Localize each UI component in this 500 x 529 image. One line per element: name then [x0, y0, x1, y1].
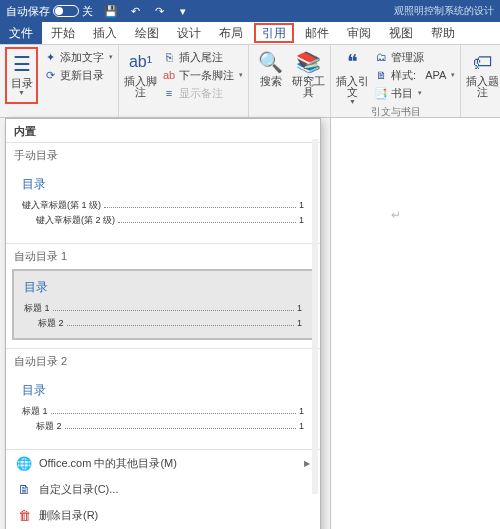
search-icon: 🔍	[258, 49, 284, 75]
autosave-toggle[interactable]	[53, 5, 79, 17]
next-footnote-label: 下一条脚注	[179, 68, 234, 83]
toc-gallery-menu: 内置 手动目录 目录 键入章标题(第 1 级)1 键入章标题(第 2 级)1 自…	[5, 118, 321, 529]
add-text-label: 添加文字	[60, 50, 104, 65]
toc-line-text: 标题 1	[24, 302, 50, 315]
tab-help[interactable]: 帮助	[422, 22, 464, 44]
preview-heading: 目录	[22, 176, 304, 193]
books-icon: 📚	[296, 49, 322, 75]
style-label: 样式:	[391, 68, 416, 83]
research-tools-label: 研究工具	[292, 76, 325, 98]
group-toc: ☰ 目录 ▼ ✦添加文字▾ ⟳更新目录	[0, 45, 119, 117]
chevron-down-icon: ▼	[349, 98, 356, 105]
toc-line-text: 标题 1	[22, 405, 48, 418]
tab-references[interactable]: 引用	[254, 23, 294, 43]
footnote-icon: ab¹	[128, 49, 154, 75]
group-captions: 🏷 插入题注	[461, 45, 500, 117]
toc-line-page: 1	[299, 215, 304, 225]
qat-dropdown-icon[interactable]: ▾	[175, 3, 191, 19]
manual-toc-preview[interactable]: 目录 键入章标题(第 1 级)1 键入章标题(第 2 级)1	[12, 168, 314, 235]
document-icon: 🗎	[16, 481, 32, 497]
insert-citation-button[interactable]: ❝ 插入引文 ▼	[336, 47, 369, 105]
bibliography-label: 书目	[391, 86, 413, 101]
toc-line-text: 键入章标题(第 1 级)	[22, 199, 101, 212]
document-canvas[interactable]	[330, 118, 500, 529]
research-tools-button[interactable]: 📚 研究工具	[292, 47, 325, 104]
custom-toc-label: 自定义目录(C)...	[39, 482, 118, 497]
citation-icon: ❝	[340, 49, 366, 75]
insert-footnote-label: 插入脚注	[124, 76, 157, 98]
tab-layout[interactable]: 布局	[210, 22, 252, 44]
bibliography-button[interactable]: 📑书目▾	[374, 85, 455, 101]
show-notes-icon: ≡	[162, 86, 176, 100]
style-icon: 🗎	[374, 68, 388, 82]
insert-endnote-button[interactable]: ⎘插入尾注	[162, 49, 243, 65]
toc-line-text: 键入章标题(第 2 级)	[36, 214, 115, 227]
caption-icon: 🏷	[470, 49, 496, 75]
update-icon: ⟳	[43, 68, 57, 82]
more-from-office-label: Office.com 中的其他目录(M)	[39, 456, 177, 471]
redo-icon[interactable]: ↷	[151, 3, 167, 19]
update-toc-button[interactable]: ⟳更新目录	[43, 67, 113, 83]
search-label: 搜索	[260, 76, 282, 87]
manage-sources-button[interactable]: 🗂管理源	[374, 49, 455, 65]
auto1-title: 自动目录 1	[6, 244, 320, 267]
menu-section-builtin: 内置	[6, 119, 320, 143]
group-citations: ❝ 插入引文 ▼ 🗂管理源 🗎样式: APA▾ 📑书目▾ 引文与书目	[331, 45, 461, 117]
endnote-icon: ⎘	[162, 50, 176, 64]
next-icon: ab	[162, 68, 176, 82]
tab-insert[interactable]: 插入	[84, 22, 126, 44]
bibliography-icon: 📑	[374, 86, 388, 100]
tab-file[interactable]: 文件	[0, 22, 42, 44]
toc-icon: ☰	[9, 51, 35, 77]
next-footnote-button[interactable]: ab下一条脚注▾	[162, 67, 243, 83]
tab-home[interactable]: 开始	[42, 22, 84, 44]
insert-endnote-label: 插入尾注	[179, 50, 223, 65]
toc-line-page: 1	[299, 421, 304, 431]
chevron-right-icon: ▶	[304, 459, 310, 468]
scrollbar[interactable]	[312, 139, 318, 494]
quick-access-toolbar: 💾 ↶ ↷ ▾	[103, 3, 191, 19]
document-title: 观照明控制系统的设计	[394, 4, 494, 18]
tab-draw[interactable]: 绘图	[126, 22, 168, 44]
custom-toc-button[interactable]: 🗎 自定义目录(C)...	[6, 476, 320, 502]
group-research: 🔍 搜索 📚 研究工具	[249, 45, 331, 117]
style-selector[interactable]: 🗎样式: APA▾	[374, 67, 455, 83]
auto-toc-1-preview[interactable]: 目录 标题 11 标题 21	[12, 269, 314, 340]
add-text-icon: ✦	[43, 50, 57, 64]
toc-line-page: 1	[297, 318, 302, 328]
preview-heading: 目录	[22, 382, 304, 399]
tab-review[interactable]: 审阅	[338, 22, 380, 44]
toc-line-text: 标题 2	[38, 317, 64, 330]
auto2-title: 自动目录 2	[6, 349, 320, 372]
autosave-label: 自动保存	[6, 4, 50, 19]
insert-caption-button[interactable]: 🏷 插入题注	[466, 47, 499, 104]
autosave-state: 关	[82, 4, 93, 19]
add-text-button[interactable]: ✦添加文字▾	[43, 49, 113, 65]
group-footnotes: ab¹ 插入脚注 ⎘插入尾注 ab下一条脚注▾ ≡显示备注	[119, 45, 249, 117]
search-button[interactable]: 🔍 搜索	[254, 47, 287, 104]
ribbon: ☰ 目录 ▼ ✦添加文字▾ ⟳更新目录 ab¹ 插入脚注 ⎘插入尾注 ab下一条…	[0, 45, 500, 118]
insert-caption-label: 插入题注	[466, 76, 499, 98]
toc-line-text: 标题 2	[36, 420, 62, 433]
tab-design[interactable]: 设计	[168, 22, 210, 44]
tab-view[interactable]: 视图	[380, 22, 422, 44]
toc-line-page: 1	[297, 303, 302, 313]
show-notes-label: 显示备注	[179, 86, 223, 101]
manage-sources-label: 管理源	[391, 50, 424, 65]
tab-mailings[interactable]: 邮件	[296, 22, 338, 44]
titlebar: 自动保存 关 💾 ↶ ↷ ▾ 观照明控制系统的设计	[0, 0, 500, 22]
remove-toc-button[interactable]: 🗑 删除目录(R)	[6, 502, 320, 528]
toc-line-page: 1	[299, 200, 304, 210]
undo-icon[interactable]: ↶	[127, 3, 143, 19]
style-value: APA	[425, 69, 446, 81]
remove-toc-label: 删除目录(R)	[39, 508, 98, 523]
toc-button[interactable]: ☰ 目录 ▼	[5, 47, 38, 104]
preview-heading: 目录	[24, 279, 302, 296]
more-from-office-button[interactable]: 🌐 Office.com 中的其他目录(M) ▶	[6, 450, 320, 476]
update-toc-label: 更新目录	[60, 68, 104, 83]
insert-footnote-button[interactable]: ab¹ 插入脚注	[124, 47, 157, 104]
auto-toc-2-preview[interactable]: 目录 标题 11 标题 21	[12, 374, 314, 441]
save-icon[interactable]: 💾	[103, 3, 119, 19]
ribbon-tabs: 文件 开始 插入 绘图 设计 布局 引用 邮件 审阅 视图 帮助	[0, 22, 500, 45]
show-notes-button: ≡显示备注	[162, 85, 243, 101]
